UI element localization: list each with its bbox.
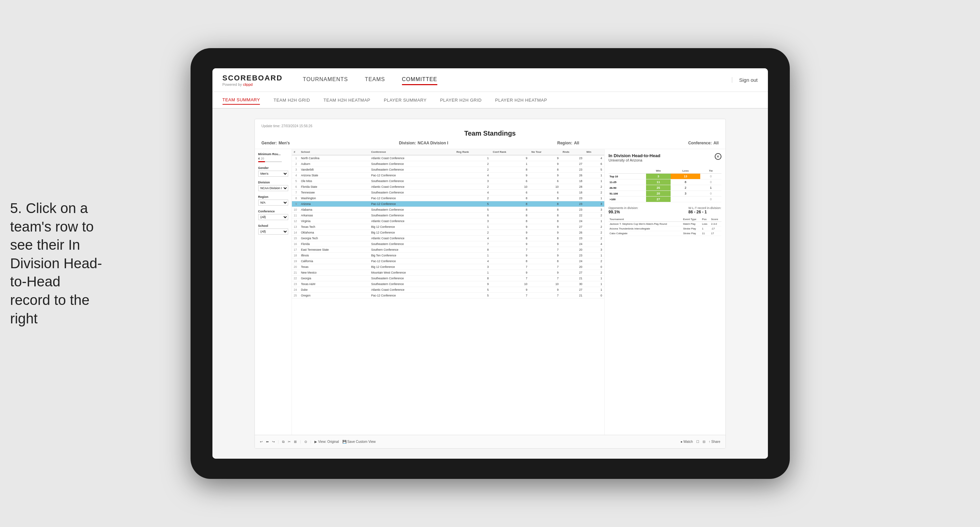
- table-row[interactable]: 21 New Mexico Mountain West Conference 1…: [292, 270, 604, 276]
- standings-table-area: # School Conference Reg Rank Conf Rank N…: [292, 149, 604, 435]
- division-select[interactable]: NCAA Division I: [258, 185, 288, 191]
- cell-rank: 14: [292, 230, 299, 236]
- cell-rank: 8: [292, 195, 299, 201]
- cell-conference: Big 12 Conference: [369, 224, 455, 230]
- subnav-player-h2h-grid[interactable]: PLAYER H2H GRID: [440, 96, 482, 104]
- toolbar-undo[interactable]: ↩: [260, 440, 262, 444]
- cell-no-tour: 9: [529, 230, 560, 236]
- cell-rnds: 23: [560, 236, 584, 241]
- cell-rnds: 24: [560, 241, 584, 247]
- table-row[interactable]: 25 Oregon Pac-12 Conference 5 7 7 21 0: [292, 293, 604, 298]
- min-rounds-slider[interactable]: [258, 161, 282, 162]
- cell-school: Virginia: [299, 218, 369, 224]
- table-row[interactable]: 11 Arkansas Southeastern Conference 6 8 …: [292, 213, 604, 218]
- table-row[interactable]: 18 Illinois Big Ten Conference 1 9 9 23 …: [292, 253, 604, 259]
- cell-rnds: 27: [560, 161, 584, 167]
- cell-no-tour: 7: [529, 293, 560, 298]
- nav-teams[interactable]: TEAMS: [365, 75, 385, 85]
- cell-rank: 11: [292, 213, 299, 218]
- subnav-team-h2h-grid[interactable]: TEAM H2H GRID: [274, 96, 310, 104]
- subnav-player-summary[interactable]: PLAYER SUMMARY: [384, 96, 426, 104]
- table-row[interactable]: 1 North Carolina Atlantic Coast Conferen…: [292, 155, 604, 161]
- toolbar-watch[interactable]: ● Watch: [680, 440, 693, 444]
- table-row[interactable]: 9 Arizona Pac-12 Conference 5 8 8 23 3: [292, 201, 604, 207]
- filter-division: Division: NCAA Division I: [399, 141, 449, 145]
- wlt-label: W-L-T record in-division:: [689, 206, 721, 210]
- toolbar-view-original[interactable]: ▶ View: Original: [315, 440, 339, 444]
- region-select[interactable]: N/A: [258, 200, 288, 206]
- h2h-range: 11-25: [609, 179, 646, 185]
- table-row[interactable]: 17 East Tennessee State Southern Confere…: [292, 247, 604, 253]
- table-row[interactable]: 20 Texas Big 12 Conference 3 7 7 20 0: [292, 264, 604, 270]
- table-row[interactable]: 15 Georgia Tech Atlantic Coast Conferenc…: [292, 236, 604, 241]
- table-row[interactable]: 3 Vanderbilt Southeastern Conference 2 8…: [292, 167, 604, 173]
- cell-no-tour: 9: [529, 241, 560, 247]
- toolbar-time[interactable]: ⊙: [304, 440, 307, 444]
- cell-conf-rank: 9: [491, 155, 530, 161]
- cell-no-tour: 6: [529, 190, 560, 195]
- school-select[interactable]: (All): [258, 229, 288, 235]
- cell-conference: Atlantic Coast Conference: [369, 287, 455, 293]
- wlt-value: 86 - 26 - 1: [689, 210, 721, 214]
- toolbar-comment[interactable]: ☐: [696, 440, 699, 444]
- table-row[interactable]: 12 Virginia Atlantic Coast Conference 3 …: [292, 218, 604, 224]
- logo-sub: Powered by clippd: [223, 83, 283, 86]
- toolbar-layout[interactable]: ⊟: [703, 440, 705, 444]
- t-pos: 1: [701, 227, 710, 231]
- table-row[interactable]: 16 Florida Southeastern Conference 7 9 9…: [292, 241, 604, 247]
- cell-school: Duke: [299, 287, 369, 293]
- subnav-team-h2h-heatmap[interactable]: TEAM H2H HEATMAP: [323, 96, 370, 104]
- table-row[interactable]: 2 Auburn Southeastern Conference 2 1 9 2…: [292, 161, 604, 167]
- h2h-range: 51-100: [609, 191, 646, 197]
- table-row[interactable]: 7 Tennessee Southeastern Conference 4 6 …: [292, 190, 604, 195]
- cell-school: Florida State: [299, 184, 369, 190]
- table-row[interactable]: 8 Washington Pac-12 Conference 2 8 8 23 …: [292, 195, 604, 201]
- toolbar-cut[interactable]: ✂: [288, 440, 291, 444]
- toolbar-copy[interactable]: ⧉: [282, 440, 285, 444]
- table-row[interactable]: 10 Alabama Southeastern Conference 5 8 8…: [292, 207, 604, 213]
- update-time: Update time: 27/03/2024 15:56:26: [262, 124, 719, 128]
- cell-reg-rank: 3: [455, 218, 491, 224]
- col-win: Win: [584, 149, 604, 155]
- slider-fill: [258, 161, 265, 162]
- cell-win: 3: [584, 201, 604, 207]
- table-row[interactable]: 5 Ole Miss Southeastern Conference 3 6 6…: [292, 178, 604, 184]
- nav-tournaments[interactable]: TOURNAMENTS: [303, 75, 348, 85]
- table-row[interactable]: 14 Oklahoma Big 12 Conference 2 9 9 26 2: [292, 230, 604, 236]
- table-row[interactable]: 6 Florida State Atlantic Coast Conferenc…: [292, 184, 604, 190]
- toolbar-step-back[interactable]: ⬅: [266, 440, 269, 444]
- table-row[interactable]: 19 California Pac-12 Conference 4 8 8 24…: [292, 259, 604, 264]
- toolbar-grid[interactable]: ⊞: [294, 440, 297, 444]
- table-row[interactable]: 24 Duke Atlantic Coast Conference 5 9 9 …: [292, 287, 604, 293]
- table-header-row: # School Conference Reg Rank Conf Rank N…: [292, 149, 604, 155]
- table-row[interactable]: 13 Texas Tech Big 12 Conference 1 9 9 27…: [292, 224, 604, 230]
- cell-school: Arizona: [299, 201, 369, 207]
- cell-conf-rank: 7: [491, 293, 530, 298]
- table-row[interactable]: 22 Georgia Southeastern Conference 8 7 7…: [292, 276, 604, 281]
- subnav-team-summary[interactable]: TEAM SUMMARY: [223, 95, 260, 105]
- sign-out-button[interactable]: Sign out: [732, 77, 757, 83]
- subnav-player-h2h-heatmap[interactable]: PLAYER H2H HEATMAP: [495, 96, 547, 104]
- table-row[interactable]: 23 Texas A&M Southeastern Conference 9 1…: [292, 281, 604, 287]
- toolbar-save-custom[interactable]: 💾 Save Custom View: [342, 440, 376, 444]
- toolbar-share[interactable]: ↑ Share: [709, 440, 720, 444]
- cell-school: Texas: [299, 264, 369, 270]
- table-row[interactable]: 4 Arizona State Pac-12 Conference 4 9 9 …: [292, 173, 604, 178]
- h2h-row: 51-100 20 3 0: [609, 191, 721, 197]
- toolbar-redo[interactable]: ↪: [272, 440, 275, 444]
- cell-win: 3: [584, 247, 604, 253]
- opponents-info: Opponents in division: 99.1%: [609, 206, 639, 214]
- cell-rank: 2: [292, 161, 299, 167]
- h2h-close-button[interactable]: ✕: [715, 153, 721, 160]
- nav-committee[interactable]: COMMITTEE: [402, 75, 438, 85]
- cell-rnds: 23: [560, 195, 584, 201]
- gender-select[interactable]: Men's: [258, 171, 288, 177]
- filter-division-label: Division:: [399, 141, 416, 145]
- conference-select[interactable]: (All): [258, 214, 288, 220]
- tournament-table: Tournament Event Type Pos Score Jackson …: [609, 217, 721, 236]
- cell-reg-rank: 5: [455, 293, 491, 298]
- cell-no-tour: 7: [529, 264, 560, 270]
- t-col-pos: Pos: [701, 217, 710, 222]
- standings-table: # School Conference Reg Rank Conf Rank N…: [292, 149, 604, 298]
- cell-rank: 22: [292, 276, 299, 281]
